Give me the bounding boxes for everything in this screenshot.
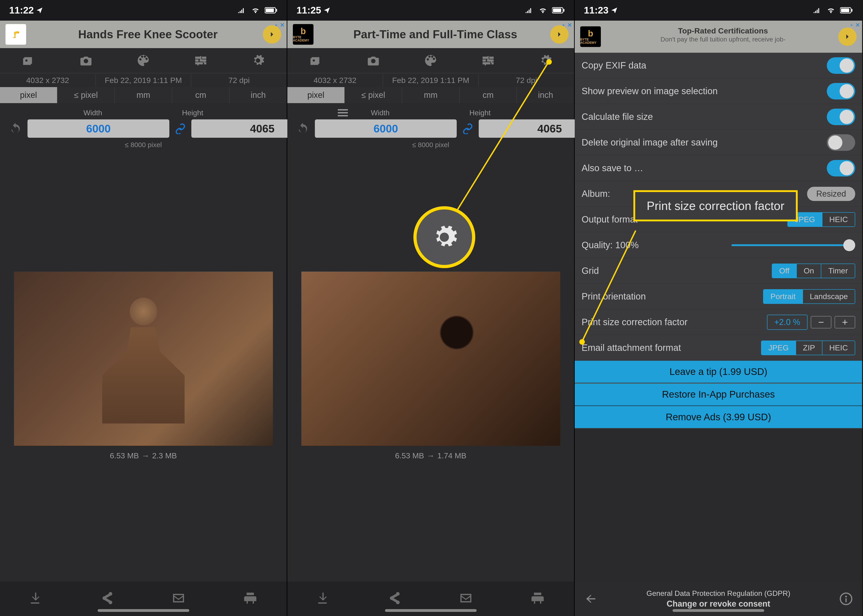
print-correction-value: +2.0 % — [767, 315, 808, 330]
minus-button[interactable]: − — [811, 316, 832, 328]
toggle-copy-exif[interactable] — [827, 57, 855, 74]
battery-icon — [265, 7, 278, 14]
sliders-icon[interactable] — [481, 53, 495, 68]
leave-tip-button[interactable]: Leave a tip (1.99 USD) — [575, 361, 862, 383]
ad-go-button[interactable] — [838, 27, 857, 46]
info-icon[interactable] — [839, 592, 853, 606]
segment-grid[interactable]: OffOnTimer — [772, 264, 855, 278]
row-copy-exif[interactable]: Copy EXIF data — [575, 53, 862, 79]
ad-logo: bBYTE ACADEMY — [293, 24, 313, 45]
image-info: 4032 x 2732 Feb 22, 2019 1:11 PM 72 dpi — [288, 73, 574, 87]
unit-pixel[interactable]: pixel — [0, 87, 58, 103]
location-icon — [611, 7, 618, 14]
unit-inch[interactable]: inch — [230, 87, 287, 103]
plus-button[interactable]: + — [835, 316, 855, 328]
home-indicator[interactable] — [97, 609, 189, 612]
home-indicator[interactable] — [673, 609, 764, 612]
toggle-show-preview[interactable] — [827, 83, 855, 99]
status-bar: 11:23 — [575, 0, 862, 20]
location-icon — [323, 7, 331, 14]
unit-mm[interactable]: mm — [115, 87, 172, 103]
width-input[interactable] — [27, 119, 169, 138]
size-caption: 6.53 MB→2.3 MB — [110, 451, 177, 460]
width-input[interactable] — [315, 119, 457, 138]
ad-marker[interactable]: ✕ — [561, 22, 572, 29]
remove-ads-button[interactable]: Remove Ads (3.99 USD) — [575, 406, 862, 429]
row-show-preview[interactable]: Show preview on image selection — [575, 79, 862, 104]
unit-mm[interactable]: mm — [402, 87, 460, 103]
ad-marker[interactable]: ✕ — [274, 22, 285, 29]
row-also-save[interactable]: Also save to … — [575, 156, 862, 181]
share-icon[interactable] — [387, 591, 403, 607]
sliders-icon[interactable] — [193, 53, 208, 68]
wifi-icon — [538, 6, 548, 14]
menu-icon[interactable] — [338, 109, 348, 118]
gdpr-consent[interactable]: Change or revoke consent — [605, 599, 832, 609]
home-indicator[interactable] — [385, 609, 477, 612]
ad-banner[interactable]: bBYTE ACADEMY Part-Time and Full-Time Cl… — [288, 20, 574, 48]
row-delete-original[interactable]: Delete original image after saving — [575, 130, 862, 156]
date: Feb 22, 2019 1:11 PM — [96, 74, 192, 86]
ad-banner[interactable]: bBYTE ACADEMY Top-Rated Certifications D… — [575, 20, 862, 53]
share-icon[interactable] — [99, 591, 115, 607]
email-icon[interactable] — [171, 591, 187, 607]
dimension-controls: WidthHeight ≤ 8000 pixel — [0, 103, 287, 150]
ad-banner[interactable]: 🦵 Hands Free Knee Scooter ✕ — [0, 20, 287, 48]
gallery-icon[interactable] — [21, 53, 36, 68]
undo-icon[interactable] — [297, 122, 310, 135]
album-value[interactable]: Resized — [807, 187, 855, 201]
gdpr-title: General Data Protection Regulation (GDPR… — [605, 589, 832, 598]
gear-icon[interactable] — [251, 53, 266, 68]
camera-icon[interactable] — [366, 53, 380, 68]
unit-lte-pixel[interactable]: ≤ pixel — [58, 87, 115, 103]
back-icon[interactable] — [584, 592, 597, 606]
download-icon[interactable] — [315, 591, 331, 607]
segment-orientation[interactable]: PortraitLandscape — [763, 289, 855, 304]
toggle-also-save[interactable] — [827, 160, 855, 176]
wifi-icon — [250, 6, 261, 14]
download-icon[interactable] — [28, 591, 44, 607]
unit-inch[interactable]: inch — [517, 87, 574, 103]
annotation-dot-gear — [546, 59, 552, 64]
battery-icon — [552, 7, 565, 14]
print-correction-stepper[interactable]: +2.0 % − + — [767, 315, 855, 330]
ad-marker[interactable]: ✕ — [849, 22, 860, 29]
email-icon[interactable] — [459, 591, 475, 607]
print-icon[interactable] — [243, 591, 259, 607]
unit-cm[interactable]: cm — [460, 87, 517, 103]
toggle-calc[interactable] — [827, 108, 855, 125]
status-bar: 11:25 — [288, 0, 574, 20]
unit-cm[interactable]: cm — [172, 87, 230, 103]
signal-icon — [523, 7, 534, 14]
unit-tabs: pixel ≤ pixel mm cm inch — [0, 87, 287, 103]
toolbar — [288, 48, 574, 73]
unit-pixel[interactable]: pixel — [288, 87, 345, 103]
svg-rect-4 — [553, 8, 561, 12]
wifi-icon — [826, 6, 836, 14]
palette-icon[interactable] — [136, 53, 151, 68]
segment-email[interactable]: JPEGZIPHEIC — [761, 341, 855, 355]
dimension-hint: ≤ 8000 pixel — [297, 141, 565, 149]
link-icon[interactable] — [175, 123, 186, 134]
image-info: 4032 x 2732 Feb 22, 2019 1:11 PM 72 dpi — [0, 73, 287, 87]
restore-purchases-button[interactable]: Restore In-App Purchases — [575, 383, 862, 406]
unit-lte-pixel[interactable]: ≤ pixel — [345, 87, 402, 103]
dimensions: 4032 x 2732 — [0, 74, 96, 86]
row-calculate-size[interactable]: Calculate file size — [575, 104, 862, 130]
annotation-gear-circle — [413, 206, 475, 268]
palette-icon[interactable] — [423, 53, 438, 68]
gallery-icon[interactable] — [309, 53, 323, 68]
height-label: Height — [469, 108, 490, 117]
preview-image[interactable] — [301, 272, 560, 446]
print-icon[interactable] — [530, 591, 546, 607]
camera-icon[interactable] — [79, 53, 93, 68]
link-icon[interactable] — [462, 123, 473, 134]
svg-rect-2 — [276, 9, 277, 12]
undo-icon[interactable] — [9, 122, 22, 135]
preview-image[interactable] — [14, 272, 273, 446]
unit-tabs: pixel ≤ pixel mm cm inch — [288, 87, 574, 103]
svg-rect-9 — [852, 9, 852, 12]
quality-slider[interactable] — [731, 244, 855, 246]
annotation-dot-print — [579, 339, 585, 345]
toggle-delete[interactable] — [827, 134, 855, 151]
